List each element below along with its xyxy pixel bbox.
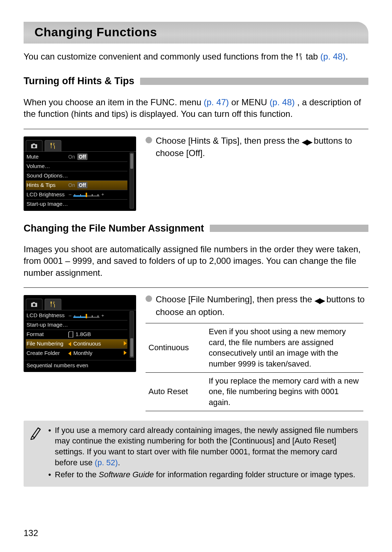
table-row: Auto ResetIf you replace the memory card… (146, 372, 363, 411)
page-title-banner: Changing Functions (24, 22, 368, 44)
intro-text-a: You can customize convenient and commonl… (24, 52, 295, 61)
lcd-menu-item: LCD Brightness – + (26, 190, 127, 199)
lcd-menu-item: LCD Brightness – + (26, 311, 127, 320)
lcd-menu-item: Start-up Image (26, 320, 127, 330)
lcd-item-label: File Numbering (26, 340, 68, 347)
option-name: Auto Reset (146, 372, 206, 411)
bullet-dot-icon (146, 137, 152, 143)
lcd-item-label: Start-up Image (26, 321, 68, 328)
section-heading-filenum: Changing the File Number Assignment (24, 222, 368, 235)
arrow-right-icon (124, 351, 127, 355)
svg-rect-11 (73, 195, 86, 197)
intro-paragraph: You can customize convenient and commonl… (24, 51, 368, 64)
lcd-item-value: Continuous (68, 340, 127, 347)
lcd-item-value: OnOff (68, 154, 127, 160)
lcd-item-label: LCD Brightness (26, 312, 68, 319)
intro-text-b: tab (306, 52, 320, 61)
step-bullet: Choose [Hints & Tips], then press the bu… (146, 135, 368, 159)
camera-tab-icon (26, 299, 42, 310)
brightness-meter: – + (68, 191, 105, 198)
page-number: 132 (24, 527, 38, 539)
note-item-1: If you use a memory card already contain… (48, 425, 361, 468)
step-bullet: Choose [File Numbering], then press the … (146, 294, 368, 318)
lcd-scrollbar (130, 152, 134, 209)
arrow-left-icon (68, 351, 71, 356)
option-description: If you replace the memory card with a ne… (206, 372, 363, 411)
page-title: Changing Functions (34, 24, 358, 41)
camera-tab-icon (26, 140, 42, 151)
lcd-item-value: – + (68, 312, 127, 319)
heading-bar (210, 225, 368, 232)
lcd-item-label: Hints & Tips (26, 181, 68, 189)
ref-p48[interactable]: (p. 48) (270, 97, 295, 107)
left-right-arrows-icon (302, 136, 311, 147)
arrow-left-icon (68, 342, 71, 346)
svg-rect-1 (297, 56, 297, 60)
note-item-2: Refer to the Software Guide for informat… (48, 469, 361, 480)
svg-rect-3 (50, 143, 52, 145)
lcd-item-label: Mute (26, 153, 68, 160)
software-guide-title: Software Guide (99, 470, 154, 479)
option-name: Continuous (146, 323, 206, 372)
arrow-right-icon (124, 341, 127, 345)
lcd-item-label: Start-up Image (26, 200, 68, 208)
svg-rect-15 (51, 303, 51, 307)
svg-rect-4 (51, 144, 51, 148)
section-heading-hints: Turning off Hints & Tips (24, 74, 368, 87)
intro-page-ref[interactable]: (p. 48) (320, 52, 346, 61)
lcd-menu-item: Sound Options (26, 171, 127, 180)
lcd-menu-item: Format1.8GB (26, 330, 127, 339)
lcd-menu-item: Volume (26, 161, 127, 171)
ref-p47[interactable]: (p. 47) (204, 97, 229, 107)
lcd-item-label: Sound Options (26, 172, 68, 179)
lcd-item-value: 1.8GB (68, 331, 127, 338)
lcd-item-label: Format (26, 331, 68, 338)
section-title: Turning off Hints & Tips (24, 74, 134, 87)
separator (24, 287, 368, 288)
lcd-item-label: LCD Brightness (26, 191, 68, 198)
svg-rect-22 (73, 316, 86, 318)
svg-rect-0 (297, 53, 298, 56)
lcd-menu-item: Hints & TipsOnOff (26, 180, 127, 190)
svg-point-2 (33, 145, 35, 147)
tools-icon (295, 52, 303, 64)
lcd-item-value: OnOff (68, 182, 127, 189)
heading-bar (140, 78, 368, 85)
sd-card-icon (68, 331, 73, 338)
lcd-menu-item: MuteOnOff (26, 152, 127, 161)
lcd-item-label: Create Folder (26, 349, 68, 357)
option-description: Even if you shoot using a new memory car… (206, 323, 363, 372)
lcd-menu-item: File NumberingContinuous (26, 339, 127, 348)
svg-rect-14 (50, 302, 52, 304)
section1-paragraph: When you choose an item in the FUNC. men… (24, 97, 368, 120)
ref-p52[interactable]: (p. 52) (95, 458, 118, 467)
separator (24, 129, 368, 129)
svg-rect-12 (86, 193, 87, 197)
lcd-menu-item: Start-up Image (26, 199, 127, 209)
bullet-dot-icon (146, 295, 152, 302)
section2-paragraph: Images you shoot are automatically assig… (24, 244, 368, 279)
tools-tab-icon (45, 299, 61, 310)
options-table: ContinuousEven if you shoot using a new … (146, 323, 363, 411)
svg-rect-23 (86, 314, 87, 318)
lcd-item-value: – + (68, 191, 127, 198)
svg-point-13 (33, 303, 35, 306)
table-row: ContinuousEven if you shoot using a new … (146, 323, 363, 372)
brightness-meter: – + (68, 312, 105, 319)
lcd-menu-item: Create FolderMonthly (26, 348, 127, 358)
note-box: If you use a memory card already contain… (24, 421, 368, 487)
left-right-arrows-icon (315, 294, 324, 306)
lcd-scrollbar (130, 311, 134, 358)
camera-menu-screenshot-1: MuteOnOffVolumeSound OptionsHints & Tips… (24, 136, 136, 211)
section-title: Changing the File Number Assignment (24, 222, 204, 235)
lcd-item-value: Monthly (68, 349, 127, 357)
camera-menu-screenshot-2: LCD Brightness – + Start-up ImageFormat1… (24, 295, 136, 372)
lcd-item-label: Volume (26, 163, 68, 170)
lcd-caption: Sequential numbers even (24, 360, 136, 372)
tools-tab-icon (45, 140, 61, 151)
pencil-icon (29, 425, 42, 482)
